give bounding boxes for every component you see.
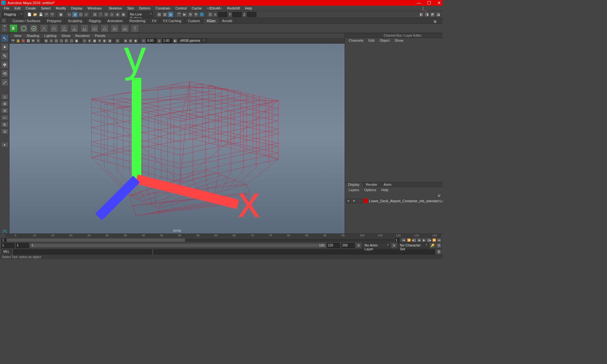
shelf-left-btn2[interactable]: ◦ xyxy=(2,28,7,32)
layout-graph-icon[interactable]: ⊡ xyxy=(1,129,9,134)
sidebar-toggle4-icon[interactable]: ◪ xyxy=(436,12,441,17)
snap-plane-icon[interactable]: ◇ xyxy=(109,12,114,17)
layout-four-icon[interactable]: ⊞ xyxy=(1,101,9,106)
shelf-tab-fx[interactable]: FX xyxy=(149,18,160,23)
menu-modify[interactable]: Modify xyxy=(53,6,68,11)
menu-3dtoall[interactable]: ~3DtoAll~ xyxy=(204,6,224,11)
layout-custom-icon[interactable]: ▾ xyxy=(1,142,9,148)
panel-menu-shading[interactable]: Shading xyxy=(24,33,42,38)
axis-gizmo-icon[interactable] xyxy=(420,6,429,12)
anim-layer-dropdown[interactable]: No Anim Layer xyxy=(362,243,390,248)
range-current-frame2[interactable] xyxy=(395,238,400,242)
pt-smooth-shade-icon[interactable]: ● xyxy=(87,39,92,43)
range-bar[interactable] xyxy=(7,239,394,242)
pt-2d-pan-icon[interactable]: ✥ xyxy=(31,39,35,43)
live-surface-dropdown[interactable]: No Live Surface xyxy=(128,12,153,17)
select-tool-icon[interactable]: ↖ xyxy=(1,34,9,42)
pt-xray-joints-icon[interactable]: ⊕ xyxy=(128,39,133,43)
xgen-guide2-icon[interactable] xyxy=(50,24,58,33)
pt-gamma-icon[interactable]: γ xyxy=(157,39,162,43)
pt-image-plane-icon[interactable]: 🖼 xyxy=(26,39,30,43)
select-hierarchy-icon[interactable]: ▣ xyxy=(58,12,63,17)
menu-cache[interactable]: Cache xyxy=(189,6,204,11)
xgen-open-icon[interactable] xyxy=(20,24,28,33)
panel-menu-show[interactable]: Show xyxy=(59,33,73,38)
anim-range-bar[interactable]: 1 120 xyxy=(30,244,326,247)
minimize-button[interactable]: — xyxy=(417,0,421,5)
layer-color-swatch[interactable] xyxy=(363,199,368,203)
cb-menu-object[interactable]: Object xyxy=(377,38,392,43)
close-button[interactable]: ✕ xyxy=(437,0,441,5)
shelf-tab-xgen[interactable]: XGen xyxy=(203,18,219,23)
cb-menu-channels[interactable]: Channels xyxy=(346,38,366,43)
color-mgmt-dropdown[interactable]: sRGB gamma xyxy=(178,39,206,43)
layer-tab-display[interactable]: Display xyxy=(345,182,363,187)
menu-select[interactable]: Select xyxy=(39,6,53,11)
pt-bookmark-icon[interactable]: 🔖 xyxy=(21,39,25,43)
panel-menu-view[interactable]: View xyxy=(11,33,24,38)
layer-visibility-toggle[interactable]: V xyxy=(346,199,351,203)
render-globals-icon[interactable]: 🌐 xyxy=(199,12,204,17)
layer-menu-layers[interactable]: Layers xyxy=(346,188,362,192)
render-view-icon[interactable]: 👁 xyxy=(193,12,199,17)
shelf-left-btn1[interactable]: ◂ xyxy=(2,24,7,28)
select-by-component-icon[interactable]: ▦ xyxy=(72,12,77,17)
pt-film-gate-icon[interactable]: ▭ xyxy=(49,39,53,43)
coord-x-input[interactable] xyxy=(218,12,227,17)
paint-tool-icon[interactable]: ✎ xyxy=(1,52,9,60)
layer-playback-toggle[interactable]: P xyxy=(352,199,356,203)
viewport[interactable]: y x persp xyxy=(9,44,345,234)
maximize-button[interactable]: ☐ xyxy=(427,0,431,5)
menu-edit[interactable]: Edit xyxy=(12,6,23,11)
menu-constrain[interactable]: Constrain xyxy=(153,6,173,11)
panel-menu-lighting[interactable]: Lighting xyxy=(42,33,59,38)
layer-type-toggle[interactable] xyxy=(358,199,362,203)
save-scene-icon[interactable]: 💾 xyxy=(38,12,43,17)
menu-redshift[interactable]: Redshift xyxy=(224,6,242,11)
xgen-add-icon[interactable]: + xyxy=(30,24,38,33)
shelf-tab-polygons[interactable]: Polygons xyxy=(44,18,64,23)
menu-help[interactable]: Help xyxy=(242,6,255,11)
play-fwd-icon[interactable]: ▶ xyxy=(422,238,426,242)
layout-persp-icon[interactable]: ▭ xyxy=(1,115,9,120)
time-slider[interactable]: 5101520253035404550556065707580859095100… xyxy=(0,234,443,238)
layer-tab-anim[interactable]: Anim xyxy=(380,182,395,187)
start-frame-input[interactable] xyxy=(1,243,15,248)
menu-deform[interactable]: Deform xyxy=(137,6,153,11)
xgen-create-icon[interactable]: X xyxy=(9,24,18,33)
gamma-input[interactable] xyxy=(162,39,172,43)
construction-history3-icon[interactable]: ▦ xyxy=(168,12,173,17)
end-range-input[interactable] xyxy=(327,243,340,248)
pt-textured-icon[interactable]: ▩ xyxy=(92,39,97,43)
snap-live-icon[interactable]: ◈ xyxy=(115,12,120,17)
play-back-icon[interactable]: ◀ xyxy=(417,238,421,242)
shelf-options-icon[interactable] xyxy=(2,19,6,22)
render-frame-icon[interactable]: 🎬 xyxy=(176,12,181,17)
shelf-tab-animation[interactable]: Animation xyxy=(104,18,126,23)
char-set-dropdown[interactable]: No Character Set xyxy=(398,243,429,248)
xgen-guide6-icon[interactable] xyxy=(90,24,99,33)
snap-view-icon[interactable]: ◉ xyxy=(121,12,126,17)
construction-history-icon[interactable]: ▤ xyxy=(156,12,162,17)
menu-control[interactable]: Control xyxy=(173,6,189,11)
panel-menu-panels[interactable]: Panels xyxy=(92,33,108,38)
command-input[interactable] xyxy=(13,249,152,254)
xgen-guide7-icon[interactable] xyxy=(101,24,109,33)
sidebar-toggle3-icon[interactable]: ◩ xyxy=(430,12,435,17)
layer-tab-render[interactable]: Render xyxy=(363,182,380,187)
pt-exposure-icon[interactable]: ☼ xyxy=(141,39,146,43)
rotate-tool-icon[interactable]: ⟲ xyxy=(1,70,9,77)
coord-y-input[interactable] xyxy=(232,12,242,17)
scale-tool-icon[interactable]: ⤢ xyxy=(1,79,9,86)
start-range-input[interactable] xyxy=(16,243,29,248)
go-end-icon[interactable]: ⏭ xyxy=(437,238,441,242)
pt-isolate-icon[interactable]: ⊙ xyxy=(115,39,120,43)
shelf-tab-arnold[interactable]: Arnold xyxy=(219,18,236,23)
workspace-mode-dropdown[interactable]: Rigging xyxy=(2,12,23,17)
xgen-guide5-icon[interactable] xyxy=(80,24,89,33)
layer-move-up-icon[interactable]: ▴ xyxy=(437,193,441,197)
layout-two-icon[interactable]: ⊟ xyxy=(1,108,9,113)
xgen-guide1-icon[interactable] xyxy=(40,24,48,33)
redo-icon[interactable]: ↷ xyxy=(50,12,55,17)
xgen-guide3-icon[interactable] xyxy=(60,24,68,33)
